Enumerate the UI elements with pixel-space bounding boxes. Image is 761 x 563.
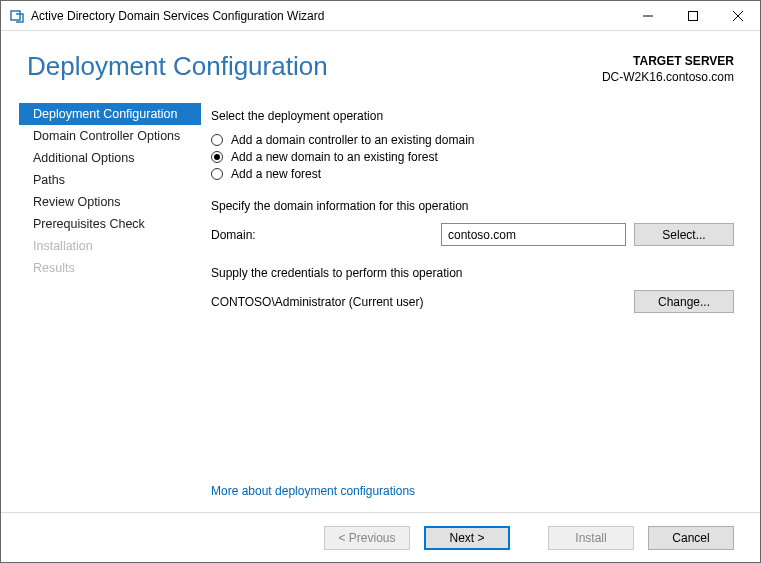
radio-label: Add a new domain to an existing forest [231, 150, 438, 164]
step-deployment-configuration[interactable]: Deployment Configuration [19, 103, 201, 125]
target-server-value: DC-W2K16.contoso.com [602, 69, 734, 85]
domain-label: Domain: [211, 228, 441, 242]
window-controls [625, 1, 760, 30]
domain-input[interactable] [441, 223, 626, 246]
content-pane: Select the deployment operation Add a do… [201, 101, 734, 512]
close-button[interactable] [715, 1, 760, 30]
wizard-footer: < Previous Next > Install Cancel [1, 512, 760, 562]
svg-rect-0 [11, 11, 20, 20]
titlebar: Active Directory Domain Services Configu… [1, 1, 760, 31]
target-server-block: TARGET SERVER DC-W2K16.contoso.com [602, 51, 734, 85]
minimize-button[interactable] [625, 1, 670, 30]
install-button: Install [548, 526, 634, 550]
radio-label: Add a domain controller to an existing d… [231, 133, 474, 147]
next-button[interactable]: Next > [424, 526, 510, 550]
target-server-label: TARGET SERVER [602, 53, 734, 69]
select-operation-label: Select the deployment operation [211, 109, 734, 123]
previous-button: < Previous [324, 526, 410, 550]
step-paths[interactable]: Paths [19, 169, 201, 191]
step-review-options[interactable]: Review Options [19, 191, 201, 213]
window-title: Active Directory Domain Services Configu… [31, 9, 625, 23]
credentials-text: CONTOSO\Administrator (Current user) [211, 295, 626, 309]
step-results: Results [19, 257, 201, 279]
wizard-header: Deployment Configuration TARGET SERVER D… [1, 31, 760, 93]
wizard-window: Active Directory Domain Services Configu… [0, 0, 761, 563]
credentials-row: CONTOSO\Administrator (Current user) Cha… [211, 290, 734, 313]
app-icon [9, 8, 25, 24]
cancel-button[interactable]: Cancel [648, 526, 734, 550]
specify-domain-label: Specify the domain information for this … [211, 199, 734, 213]
step-sidebar: Deployment Configuration Domain Controll… [19, 101, 201, 512]
select-domain-button[interactable]: Select... [634, 223, 734, 246]
step-installation: Installation [19, 235, 201, 257]
wizard-body: Deployment Configuration Domain Controll… [1, 93, 760, 512]
radio-add-dc-existing-domain[interactable]: Add a domain controller to an existing d… [211, 133, 734, 147]
radio-add-new-forest[interactable]: Add a new forest [211, 167, 734, 181]
step-dc-options[interactable]: Domain Controller Options [19, 125, 201, 147]
step-prerequisites-check[interactable]: Prerequisites Check [19, 213, 201, 235]
svg-rect-2 [688, 11, 697, 20]
supply-credentials-label: Supply the credentials to perform this o… [211, 266, 734, 280]
more-about-link[interactable]: More about deployment configurations [211, 470, 734, 512]
radio-add-domain-existing-forest[interactable]: Add a new domain to an existing forest [211, 150, 734, 164]
radio-icon [211, 168, 223, 180]
maximize-button[interactable] [670, 1, 715, 30]
radio-label: Add a new forest [231, 167, 321, 181]
radio-icon [211, 134, 223, 146]
page-title: Deployment Configuration [27, 51, 602, 82]
step-additional-options[interactable]: Additional Options [19, 147, 201, 169]
domain-row: Domain: Select... [211, 223, 734, 246]
change-credentials-button[interactable]: Change... [634, 290, 734, 313]
radio-icon [211, 151, 223, 163]
